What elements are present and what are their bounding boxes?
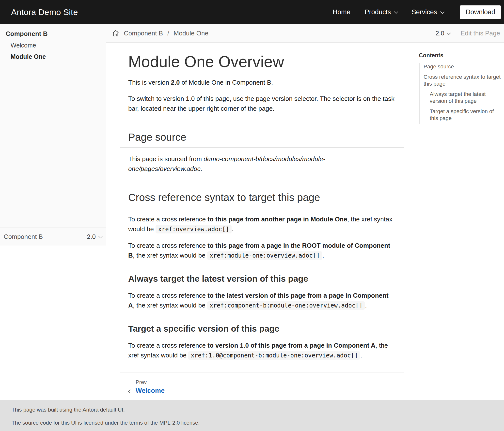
doc-paragraph: This page is sourced from demo-component… bbox=[128, 154, 396, 174]
sidebar-nav-list: WelcomeModule One bbox=[6, 42, 102, 60]
breadcrumb-separator: / bbox=[167, 30, 169, 37]
text-run: . bbox=[365, 302, 367, 309]
main-area: Component B/Module One 2.0 Edit this Pag… bbox=[106, 24, 504, 400]
doc-article: Module One Overview This is version 2.0 … bbox=[120, 52, 404, 396]
sidebar-item-welcome[interactable]: Welcome bbox=[11, 42, 102, 49]
bold-text: 2.0 bbox=[171, 79, 180, 86]
toolbar: Component B/Module One 2.0 Edit this Pag… bbox=[106, 24, 504, 43]
component-version-selector[interactable]: Component B 2.0 bbox=[0, 228, 106, 246]
doc-section-heading: Target a specific version of this page bbox=[128, 323, 396, 334]
nav-link-services[interactable]: Services bbox=[411, 8, 443, 16]
toc-title: Contents bbox=[419, 52, 502, 59]
nav-link-label: Products bbox=[365, 8, 391, 16]
chevron-down-icon bbox=[440, 10, 444, 14]
doc-paragraph: This is version 2.0 of Module One in Com… bbox=[128, 77, 396, 87]
pagination-prev-label: Prev bbox=[136, 379, 396, 386]
nav-link-label: Services bbox=[411, 8, 437, 16]
doc-paragraph: To create a cross reference to this page… bbox=[128, 214, 396, 234]
text-run: This is version bbox=[128, 79, 171, 86]
content-wrap: Module One Overview This is version 2.0 … bbox=[106, 43, 504, 400]
toc-item[interactable]: Cross reference syntax to target this pa… bbox=[424, 74, 502, 87]
doc-paragraph: To create a cross reference to this page… bbox=[128, 241, 396, 261]
code-span: xref:1.0@component-b:module-one:overview… bbox=[188, 351, 360, 360]
toc-item[interactable]: Page source bbox=[424, 63, 502, 70]
text-run: To create a cross reference bbox=[128, 242, 207, 249]
footer-line: This page was built using the Antora def… bbox=[12, 406, 492, 413]
text-run: To create a cross reference bbox=[128, 216, 207, 223]
nav-link-home[interactable]: Home bbox=[333, 8, 350, 16]
toc-sidebar: Contents Page sourceCross reference synt… bbox=[419, 52, 502, 124]
chevron-left-icon bbox=[128, 389, 132, 393]
chevron-down-icon bbox=[447, 31, 451, 35]
text-run: To create a cross reference bbox=[128, 292, 207, 299]
text-run: . bbox=[232, 225, 233, 233]
sidebar-component-title[interactable]: Component B bbox=[6, 30, 102, 37]
breadcrumb-item: Module One bbox=[173, 30, 208, 37]
text-run: This page is sourced from bbox=[128, 155, 204, 163]
nav-link-label: Home bbox=[333, 8, 350, 16]
text-run: , the xref syntax would be bbox=[133, 302, 207, 309]
sidebar-item-module-one[interactable]: Module One bbox=[11, 53, 102, 60]
doc-section-heading: Cross reference syntax to target this pa… bbox=[120, 191, 404, 208]
navbar-links: HomeProductsServices Download bbox=[333, 5, 501, 19]
pagination-prev: Prev Welcome bbox=[128, 379, 396, 396]
version-bar-version: 2.0 bbox=[87, 233, 102, 241]
text-run: , the xref syntax would be bbox=[133, 252, 207, 259]
page-version-number: 2.0 bbox=[435, 30, 444, 37]
doc-section-heading: Always target the latest version of this… bbox=[128, 273, 396, 284]
text-run: of Module One in Component B. bbox=[180, 79, 273, 86]
version-number: 2.0 bbox=[87, 233, 96, 241]
toc-item[interactable]: Always target the latest version of this… bbox=[424, 91, 502, 105]
text-run: . bbox=[200, 165, 202, 172]
edit-this-page-link[interactable]: Edit this Page bbox=[461, 30, 500, 37]
site-title[interactable]: Antora Demo Site bbox=[11, 7, 78, 17]
text-run: . bbox=[360, 352, 362, 359]
nav-tree: Component B WelcomeModule One bbox=[0, 24, 106, 64]
doc-paragraph: To create a cross reference to version 1… bbox=[128, 340, 396, 360]
text-run: . bbox=[322, 252, 324, 259]
bold-text: to version 1.0 of this page from a page … bbox=[207, 342, 375, 349]
page-title: Module One Overview bbox=[128, 52, 396, 71]
page-footer: This page was built using the Antora def… bbox=[0, 400, 504, 431]
toc-item[interactable]: Target a specific version of this page bbox=[424, 108, 502, 122]
bold-text: to this page from another page in Module… bbox=[207, 216, 347, 223]
download-button[interactable]: Download bbox=[460, 5, 501, 19]
toc-list: Page sourceCross reference syntax to tar… bbox=[419, 63, 502, 124]
page-shell: Component B WelcomeModule One Component … bbox=[0, 24, 504, 400]
text-run: To create a cross reference bbox=[128, 342, 207, 349]
breadcrumb: Component B/Module One bbox=[112, 30, 208, 37]
pagination-prev-link[interactable]: Welcome bbox=[136, 386, 165, 395]
doc-paragraph: To switch to version 1.0 of this page, u… bbox=[128, 94, 396, 113]
home-icon[interactable] bbox=[112, 30, 119, 37]
chevron-down-icon bbox=[98, 234, 103, 238]
page-version-selector[interactable]: 2.0 bbox=[435, 30, 450, 37]
toolbar-right: 2.0 Edit this Page bbox=[435, 30, 500, 37]
nav-link-products[interactable]: Products bbox=[365, 8, 397, 16]
code-span: xref:overview.adoc[] bbox=[156, 225, 232, 233]
doc-paragraph: To create a cross reference to the lates… bbox=[128, 291, 396, 310]
version-bar-component: Component B bbox=[4, 233, 43, 241]
code-span: xref:component-b:module-one:overview.ado… bbox=[207, 301, 365, 310]
doc-section-heading: Page source bbox=[120, 131, 404, 148]
chevron-down-icon bbox=[394, 10, 398, 14]
navbar: Antora Demo Site HomeProductsServices Do… bbox=[0, 0, 504, 24]
footer-line: The source code for this UI is licensed … bbox=[12, 419, 492, 426]
breadcrumb-item[interactable]: Component B bbox=[124, 30, 163, 37]
nav-sidebar: Component B WelcomeModule One Component … bbox=[0, 24, 106, 246]
code-span: xref:module-one:overview.adoc[] bbox=[207, 251, 322, 260]
pagination: Prev Welcome bbox=[120, 372, 404, 396]
text-run: To switch to version 1.0 of this page, u… bbox=[128, 95, 394, 112]
